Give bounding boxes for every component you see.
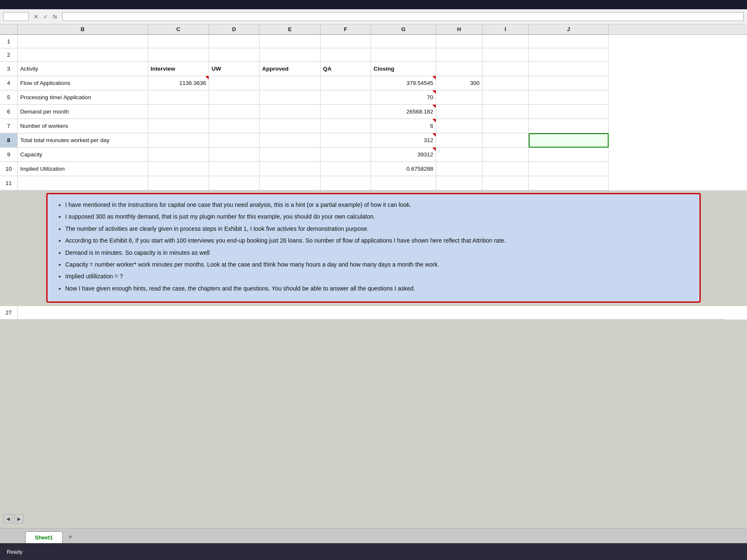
- cell-g9[interactable]: 39312: [371, 148, 436, 162]
- cell-h8[interactable]: [436, 133, 482, 148]
- cell-i7[interactable]: [482, 119, 529, 133]
- cell-b7[interactable]: Number of workers: [18, 119, 148, 133]
- cell-b10[interactable]: Implied Utilization: [18, 162, 148, 176]
- cell-e10[interactable]: [260, 162, 321, 176]
- cell-i5[interactable]: [482, 90, 529, 105]
- cell-d10[interactable]: [209, 162, 260, 176]
- cell-j6[interactable]: [529, 105, 609, 119]
- col-header-b[interactable]: B: [18, 24, 148, 34]
- col-header-f[interactable]: F: [321, 24, 371, 34]
- cell-b6[interactable]: Demand per month: [18, 105, 148, 119]
- cell-c9[interactable]: [148, 148, 209, 162]
- cell-g10[interactable]: 0.6758288: [371, 162, 436, 176]
- row-num-10[interactable]: 10: [0, 162, 18, 176]
- cell-b8[interactable]: Total total miunutes worked per day: [18, 133, 148, 148]
- cell-f5[interactable]: [321, 90, 371, 105]
- sheet-tab-sheet1[interactable]: Sheet1: [25, 531, 63, 543]
- col-header-j[interactable]: J: [529, 24, 609, 34]
- cell-h4[interactable]: 300: [436, 76, 482, 90]
- cell-e7[interactable]: [260, 119, 321, 133]
- cell-j5[interactable]: [529, 90, 609, 105]
- cell-d8[interactable]: [209, 133, 260, 148]
- cell-j7[interactable]: [529, 119, 609, 133]
- cell-j2[interactable]: [529, 48, 609, 62]
- cell-c8[interactable]: [148, 133, 209, 148]
- cell-g5[interactable]: 70: [371, 90, 436, 105]
- col-header-e[interactable]: E: [260, 24, 321, 34]
- cell-j10[interactable]: [529, 162, 609, 176]
- cell-d1[interactable]: [209, 35, 260, 48]
- cell-i3[interactable]: [482, 62, 529, 76]
- cell-h6[interactable]: [436, 105, 482, 119]
- cell-e9[interactable]: [260, 148, 321, 162]
- cell-extra[interactable]: [18, 306, 724, 320]
- cell-c7[interactable]: [148, 119, 209, 133]
- cell-c5[interactable]: [148, 90, 209, 105]
- row-num-2[interactable]: 2: [0, 48, 18, 62]
- cell-d5[interactable]: [209, 90, 260, 105]
- cell-g4[interactable]: 379.54545: [371, 76, 436, 90]
- cell-c4[interactable]: 1136.3636: [148, 76, 209, 90]
- cell-f10[interactable]: [321, 162, 371, 176]
- cell-c2[interactable]: [148, 48, 209, 62]
- cell-h5[interactable]: [436, 90, 482, 105]
- cell-d7[interactable]: [209, 119, 260, 133]
- cell-c10[interactable]: [148, 162, 209, 176]
- row-num-3[interactable]: 3: [0, 62, 18, 76]
- row-num-7[interactable]: 7: [0, 119, 18, 133]
- cell-g2[interactable]: [371, 48, 436, 62]
- row-num-5[interactable]: 5: [0, 90, 18, 105]
- cell-d2[interactable]: [209, 48, 260, 62]
- cell-reference-box[interactable]: J8: [3, 12, 29, 21]
- cell-i1[interactable]: [482, 35, 529, 48]
- cell-b9[interactable]: Capacity: [18, 148, 148, 162]
- cell-c6[interactable]: [148, 105, 209, 119]
- cell-j11[interactable]: [529, 176, 609, 190]
- cell-b2[interactable]: [18, 48, 148, 62]
- cell-b5[interactable]: Processing time/ Application: [18, 90, 148, 105]
- fx-btn[interactable]: fx: [51, 13, 59, 21]
- row-num-1[interactable]: 1: [0, 35, 18, 48]
- cell-b1[interactable]: [18, 35, 148, 48]
- cell-h3[interactable]: [436, 62, 482, 76]
- cell-j3[interactable]: [529, 62, 609, 76]
- cell-d4[interactable]: [209, 76, 260, 90]
- cell-e11[interactable]: [260, 176, 321, 190]
- cell-e2[interactable]: [260, 48, 321, 62]
- cell-e1[interactable]: [260, 35, 321, 48]
- cell-h7[interactable]: [436, 119, 482, 133]
- cell-f7[interactable]: [321, 119, 371, 133]
- cell-c3[interactable]: Interview: [148, 62, 209, 76]
- col-header-i[interactable]: I: [482, 24, 529, 34]
- cell-f1[interactable]: [321, 35, 371, 48]
- confirm-formula-btn[interactable]: ✓: [42, 13, 50, 21]
- add-sheet-btn[interactable]: +: [64, 531, 77, 543]
- cancel-formula-btn[interactable]: ✕: [32, 13, 40, 21]
- cell-d9[interactable]: [209, 148, 260, 162]
- cell-i9[interactable]: [482, 148, 529, 162]
- cell-g3[interactable]: Closing: [371, 62, 436, 76]
- row-num-9[interactable]: 9: [0, 148, 18, 162]
- cell-g1[interactable]: [371, 35, 436, 48]
- col-header-h[interactable]: H: [436, 24, 482, 34]
- col-header-g[interactable]: G: [371, 24, 436, 34]
- cell-h1[interactable]: [436, 35, 482, 48]
- cell-f9[interactable]: [321, 148, 371, 162]
- cell-d11[interactable]: [209, 176, 260, 190]
- cell-f6[interactable]: [321, 105, 371, 119]
- cell-b11[interactable]: [18, 176, 148, 190]
- row-num-8[interactable]: 8: [0, 133, 18, 148]
- cell-b3[interactable]: Activity: [18, 62, 148, 76]
- cell-h9[interactable]: [436, 148, 482, 162]
- col-header-c[interactable]: C: [148, 24, 209, 34]
- cell-d3[interactable]: UW: [209, 62, 260, 76]
- cell-f4[interactable]: [321, 76, 371, 90]
- cell-f2[interactable]: [321, 48, 371, 62]
- cell-f11[interactable]: [321, 176, 371, 190]
- cell-h11[interactable]: [436, 176, 482, 190]
- cell-i2[interactable]: [482, 48, 529, 62]
- cell-f3[interactable]: QA: [321, 62, 371, 76]
- cell-i11[interactable]: [482, 176, 529, 190]
- cell-c11[interactable]: [148, 176, 209, 190]
- cell-e5[interactable]: [260, 90, 321, 105]
